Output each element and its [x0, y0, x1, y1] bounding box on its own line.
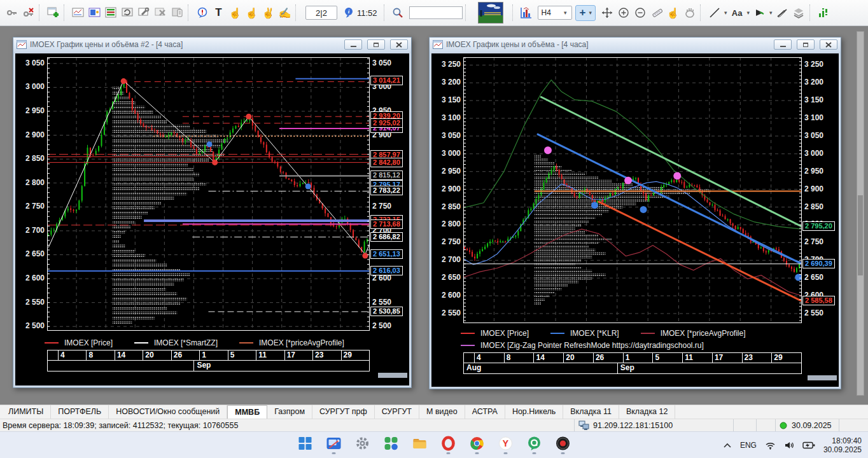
axis-tick-label: 3 050 [25, 59, 45, 67]
screenshot-tool-icon[interactable] [325, 433, 343, 457]
marker-tool-icon[interactable] [752, 5, 767, 21]
search-input[interactable] [409, 6, 463, 19]
replace-window-icon[interactable] [120, 5, 136, 21]
tab-нор.никель[interactable]: Нор.Никель [505, 405, 563, 419]
volume-icon[interactable] [784, 441, 794, 450]
time-tick-label: 8 [86, 350, 114, 360]
text-tool-icon[interactable]: Aa [729, 5, 745, 21]
tab-новости/окно-сообщений[interactable]: НОВОСТИ/Окно сообщений [109, 405, 227, 419]
ruler-icon[interactable] [648, 5, 664, 21]
window1-titlebar[interactable]: IMOEX График цены и объёма #2 - [4 часа] [13, 38, 411, 52]
chat-app-icon[interactable] [526, 433, 543, 457]
tab-м-видео[interactable]: М видео [419, 405, 465, 419]
settings-icon[interactable] [354, 433, 372, 457]
chevron-down-icon[interactable]: ▾ [746, 10, 752, 16]
table-window-icon[interactable] [103, 5, 119, 21]
message-counter: 2|2 [305, 6, 337, 20]
yandex-browser-icon[interactable]: Y [497, 433, 515, 457]
wifi-icon[interactable] [765, 441, 776, 450]
tab-сургут-прф[interactable]: СУРГУТ прф [312, 405, 375, 419]
screen-recorder-icon[interactable] [554, 433, 572, 457]
close-icon [825, 42, 832, 48]
chevron-down-icon[interactable]: ▾ [768, 10, 774, 16]
maximize-button[interactable] [797, 39, 815, 50]
key-icon[interactable] [4, 5, 20, 21]
language-indicator[interactable]: ENG [740, 441, 757, 450]
zoom-in-icon[interactable] [615, 5, 631, 21]
picture-thumbnail[interactable] [478, 2, 503, 24]
close-window-icon[interactable] [153, 5, 169, 21]
grab-hand-icon[interactable] [682, 5, 697, 21]
time-axis[interactable]: 481420261511172329 AugSep [463, 352, 802, 374]
tab-газпром[interactable]: Газпром [267, 405, 312, 419]
tray-time: 18:09:40 [823, 436, 862, 445]
tab-ммвб[interactable]: ММВБ [227, 405, 267, 419]
notes-window-icon[interactable] [169, 5, 185, 21]
pan-mode-icon[interactable] [599, 5, 615, 21]
chart-window-1[interactable]: IMOEX График цены и объёма #2 - [4 часа]… [13, 37, 412, 388]
layers-icon[interactable] [791, 5, 807, 21]
maximize-button[interactable] [367, 39, 385, 50]
main-toolbar: T ☝ ☝ ✌ ✍ 2|2 i 11:52 H4▾ +▾ [0, 0, 868, 26]
price-chart-canvas[interactable] [47, 57, 370, 331]
scrollbar-thumb[interactable] [808, 375, 837, 380]
hand-cancel-icon[interactable]: ☝ [244, 5, 260, 21]
horizontal-scrollbar[interactable] [15, 371, 409, 379]
close-icon [396, 42, 402, 48]
horizontal-scrollbar[interactable] [431, 374, 839, 382]
hand-pointer-icon[interactable]: ☝ [227, 5, 243, 21]
tab-портфель[interactable]: ПОРТФЕЛЬ [51, 405, 109, 419]
info-balloon-icon[interactable]: i [342, 5, 355, 21]
office-app-icon[interactable] [382, 433, 400, 457]
scrollbar-thumb[interactable] [378, 373, 407, 378]
revoke-key-icon[interactable] [20, 5, 36, 21]
price-chart-window-icon[interactable] [70, 5, 86, 21]
tab-сургут[interactable]: СУРГУТ [375, 405, 419, 419]
axis-tick-label: 2 800 [25, 178, 45, 187]
opera-browser-icon[interactable] [440, 433, 458, 457]
text-label-icon[interactable]: T [211, 5, 227, 21]
legend-label: IMOEX [Zig-Zag Pointer RefreshMode https… [480, 341, 704, 350]
file-explorer-icon[interactable] [411, 433, 429, 457]
axis-tick-label: 3 150 [442, 95, 461, 104]
hide-drawings-icon[interactable] [774, 5, 790, 21]
window-settings-icon[interactable] [136, 5, 152, 21]
volume-histogram-icon[interactable] [519, 5, 535, 21]
quote-window-icon[interactable] [87, 5, 102, 21]
axis-tick-label: 3 000 [25, 82, 45, 91]
zoom-out-icon[interactable] [632, 5, 648, 21]
volume-bars-icon[interactable] [816, 5, 832, 21]
start-button[interactable] [297, 433, 314, 457]
chart-window-2[interactable]: IMOEX График цены и объёма - [4 часа] 3 … [429, 37, 841, 389]
close-button[interactable] [390, 39, 408, 50]
minimize-button[interactable] [774, 39, 792, 50]
line-tool-icon[interactable] [706, 5, 722, 21]
tab-вкладка-11[interactable]: Вкладка 11 [563, 405, 619, 419]
price-chart-canvas[interactable] [463, 57, 802, 323]
timeframe-select[interactable]: H4▾ [538, 6, 572, 20]
hand-two-icon[interactable]: ✌ [260, 5, 276, 21]
mdi-workspace: IMOEX График цены и объёма #2 - [4 часа]… [0, 26, 868, 405]
price-tag: 2 530,85 [370, 307, 403, 316]
window2-titlebar[interactable]: IMOEX График цены и объёма - [4 часа] [430, 38, 841, 52]
scrollbar-thumb[interactable] [858, 195, 863, 275]
tab-вкладка-12[interactable]: Вкладка 12 [619, 405, 676, 419]
tray-clock[interactable]: 18:09:40 30.09.2025 [823, 436, 862, 454]
battery-icon[interactable] [802, 441, 815, 449]
crosshair-hand-icon[interactable]: ☝ [665, 5, 681, 21]
search-icon[interactable] [390, 5, 406, 21]
add-indicator-button[interactable]: +▾ [575, 5, 596, 21]
tab-астра[interactable]: АСТРА [465, 405, 505, 419]
price-tag: 2 690,39 [802, 259, 835, 268]
close-button[interactable] [820, 39, 837, 50]
tab-лимиты[interactable]: ЛИМИТЫ [1, 405, 51, 419]
hand-write-icon[interactable]: ✍ [277, 5, 293, 21]
time-axis[interactable]: 481420261511172329 Sep [47, 350, 370, 371]
alert-balloon-icon[interactable] [194, 5, 210, 21]
tray-expand-icon[interactable] [723, 442, 732, 448]
new-window-icon[interactable] [45, 5, 61, 21]
chevron-down-icon[interactable]: ▾ [723, 10, 729, 16]
chrome-browser-icon[interactable] [468, 433, 486, 457]
minimize-button[interactable] [344, 39, 362, 50]
workspace-vertical-scrollbar[interactable] [857, 31, 864, 396]
